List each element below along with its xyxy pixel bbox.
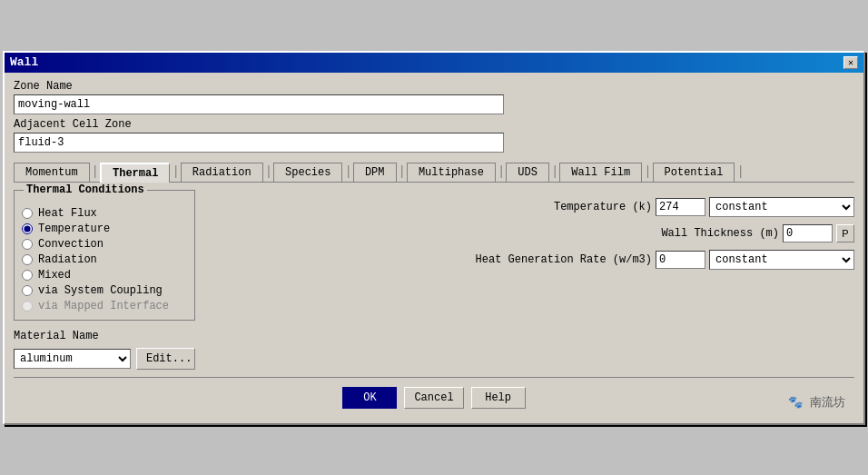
heat-gen-row: Heat Generation Rate (w/m3) constant [204, 250, 854, 270]
right-fields: Temperature (k) constant Wall Thickness … [204, 190, 854, 270]
radio-heat-flux[interactable]: Heat Flux [22, 207, 187, 220]
window-title: Wall [10, 55, 38, 69]
system-coupling-label: via System Coupling [38, 284, 163, 297]
temperature-label: Temperature [38, 223, 110, 235]
adjacent-cell-zone-input[interactable] [14, 133, 504, 153]
tab-multiphase[interactable]: Multiphase [407, 163, 496, 182]
convection-label: Convection [38, 238, 104, 251]
tab-radiation[interactable]: Radiation [181, 163, 263, 182]
tab-wallfilm[interactable]: Wall Film [559, 163, 642, 182]
temperature-row: Temperature (k) constant [204, 197, 854, 217]
footer-brand: 🐾 南流坊 [788, 394, 845, 411]
tab-uds[interactable]: UDS [506, 163, 549, 182]
thermal-conditions-title: Thermal Conditions [24, 183, 147, 196]
radio-radiation[interactable]: Radiation [22, 253, 187, 266]
temperature-input[interactable] [656, 198, 705, 216]
right-panel: Temperature (k) constant Wall Thickness … [204, 190, 854, 370]
material-name-label: Material Name [14, 330, 195, 342]
p-button[interactable]: P [836, 224, 854, 242]
cancel-button[interactable]: Cancel [404, 387, 463, 409]
ok-button[interactable]: OK [342, 387, 397, 409]
heat-gen-input[interactable] [656, 251, 705, 269]
mapped-interface-label: via Mapped Interface [38, 300, 169, 312]
material-row: aluminum Edit... [14, 348, 195, 370]
close-button[interactable]: ✕ [843, 56, 858, 69]
tab-potential[interactable]: Potential [653, 163, 735, 182]
tab-momentum[interactable]: Momentum [14, 163, 90, 182]
wall-dialog: Wall ✕ Zone Name Adjacent Cell Zone Mome… [3, 51, 865, 425]
tab-thermal[interactable]: Thermal [100, 163, 170, 183]
edit-button[interactable]: Edit... [136, 348, 195, 370]
window-content: Zone Name Adjacent Cell Zone Momentum | … [5, 73, 863, 423]
tab-dpm[interactable]: DPM [353, 163, 397, 182]
footer: OK Cancel Help 🐾 南流坊 [14, 377, 854, 416]
radio-mapped-interface[interactable]: via Mapped Interface [22, 300, 187, 312]
radio-group: Heat Flux Temperature Convection [22, 200, 187, 312]
temperature-dropdown[interactable]: constant [709, 197, 854, 217]
radio-mixed[interactable]: Mixed [22, 269, 187, 282]
heat-flux-label: Heat Flux [38, 207, 97, 220]
adjacent-cell-zone-label: Adjacent Cell Zone [14, 118, 854, 131]
tab-species[interactable]: Species [273, 163, 342, 182]
wall-thickness-field-label: Wall Thickness (m) [661, 227, 779, 240]
wall-thickness-input[interactable] [783, 224, 833, 242]
help-button[interactable]: Help [471, 387, 526, 409]
temperature-field-label: Temperature (k) [554, 201, 652, 213]
radio-system-coupling[interactable]: via System Coupling [22, 284, 187, 297]
heat-gen-dropdown[interactable]: constant [709, 250, 854, 270]
zone-name-input[interactable] [14, 94, 504, 114]
wall-thickness-row: Wall Thickness (m) P [204, 224, 854, 242]
radio-temperature[interactable]: Temperature [22, 223, 187, 235]
title-bar-buttons: ✕ [843, 56, 858, 69]
radio-convection[interactable]: Convection [22, 238, 187, 251]
left-panel: Thermal Conditions Heat Flux Temperature [14, 190, 195, 370]
zone-name-label: Zone Name [14, 80, 854, 93]
mixed-label: Mixed [38, 269, 71, 282]
heat-gen-field-label: Heat Generation Rate (w/m3) [476, 253, 652, 266]
title-bar: Wall ✕ [5, 53, 863, 73]
material-dropdown[interactable]: aluminum [14, 349, 131, 369]
tabs-bar: Momentum | Thermal | Radiation | Species… [14, 162, 854, 183]
thermal-conditions-group: Thermal Conditions Heat Flux Temperature [14, 190, 195, 321]
main-area: Thermal Conditions Heat Flux Temperature [14, 190, 854, 370]
radiation-label: Radiation [38, 253, 97, 266]
